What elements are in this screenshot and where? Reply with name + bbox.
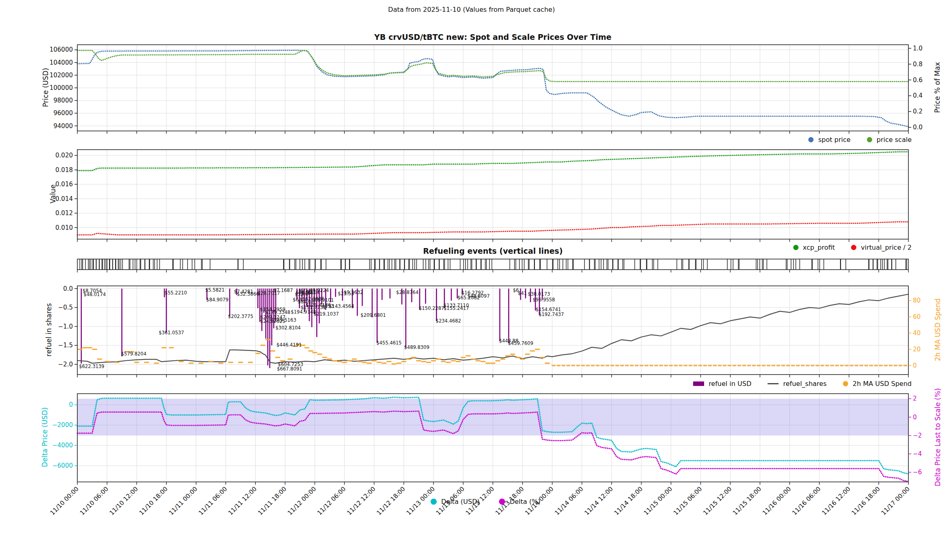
svg-text:11/16 06:00: 11/16 06:00 xyxy=(791,485,822,516)
svg-text:11/10 12:00: 11/10 12:00 xyxy=(108,485,139,516)
svg-text:$63: $63 xyxy=(293,297,302,303)
svg-text:−4000: −4000 xyxy=(52,442,73,449)
profit-virtual-price-chart: 0.0200.0180.0160.0140.0120.010 xyxy=(77,150,908,239)
svg-text:$579.8204: $579.8204 xyxy=(121,351,147,357)
spot-scale-price-chart: 1060001040001020001000009800096000940001… xyxy=(77,45,908,131)
usd-spend-dot-icon xyxy=(843,381,848,386)
svg-text:96000: 96000 xyxy=(53,109,73,117)
svg-text:80: 80 xyxy=(913,297,921,304)
svg-text:102000: 102000 xyxy=(50,72,73,79)
svg-text:−1.5: −1.5 xyxy=(58,342,73,349)
legend-item-delta-usd: Delta (USD) xyxy=(431,498,479,506)
svg-text:$5.5821: $5.5821 xyxy=(205,287,225,293)
svg-text:$446.4191: $446.4191 xyxy=(276,342,302,348)
legend-refuel: refuel in USD refuel_shares 2h MA USD Sp… xyxy=(693,380,912,388)
svg-text:$28.8764: $28.8764 xyxy=(396,290,418,295)
svg-text:0.012: 0.012 xyxy=(55,209,73,217)
svg-text:$55.2210: $55.2210 xyxy=(164,290,187,296)
svg-text:0: 0 xyxy=(913,362,917,369)
svg-text:$7.1687: $7.1687 xyxy=(273,288,293,293)
svg-text:11/12 00:00: 11/12 00:00 xyxy=(286,485,317,516)
legend-item-delta-pct: Delta (%) xyxy=(499,498,540,506)
svg-text:$192.7437: $192.7437 xyxy=(538,312,564,317)
legend-item-xcp-profit: xcp_profit xyxy=(793,244,835,251)
svg-text:$667.8091: $667.8091 xyxy=(277,366,302,372)
svg-text:0.014: 0.014 xyxy=(55,195,73,203)
refuel-chart: $8.7054$48.0174$622.3139$579.8204$55.221… xyxy=(77,286,908,375)
legend-label: Delta (USD) xyxy=(441,498,479,506)
svg-text:$219.1037: $219.1037 xyxy=(313,311,339,317)
svg-text:11/12 12:00: 11/12 12:00 xyxy=(346,485,377,516)
delta-price-chart: 11/10 00:0011/10 06:0011/10 12:0011/10 1… xyxy=(77,394,908,482)
price-usd-axis-label: Price (USD) xyxy=(42,2,50,173)
svg-text:$65.2082: $65.2082 xyxy=(457,295,480,301)
legend-item-price-scale: price scale xyxy=(867,136,912,144)
price-chart-title: YB crvUSD/tBTC new: Spot and Scale Price… xyxy=(77,33,908,41)
svg-text:−0.5: −0.5 xyxy=(58,304,73,311)
legend-price: spot price price scale xyxy=(808,136,912,144)
svg-text:$202.3775: $202.3775 xyxy=(228,314,253,319)
svg-text:11/16 00:00: 11/16 00:00 xyxy=(761,485,792,516)
svg-text:−1.0: −1.0 xyxy=(58,323,73,330)
legend-item-spot-price: spot price xyxy=(808,136,850,144)
svg-text:11/15 00:00: 11/15 00:00 xyxy=(642,485,674,516)
svg-text:11/12 18:00: 11/12 18:00 xyxy=(375,485,407,516)
legend-delta: Delta (USD) Delta (%) xyxy=(431,498,540,506)
svg-text:11/11 18:00: 11/11 18:00 xyxy=(256,485,288,516)
svg-text:40: 40 xyxy=(913,329,921,337)
legend-value: xcp_profit virtual_price / 2 xyxy=(793,244,912,251)
svg-text:11/15 12:00: 11/15 12:00 xyxy=(702,485,733,516)
legend-label: virtual_price / 2 xyxy=(861,244,912,251)
svg-text:$48.0174: $48.0174 xyxy=(83,292,106,297)
svg-text:$38.0173: $38.0173 xyxy=(528,291,550,297)
legend-label: xcp_profit xyxy=(803,244,835,251)
svg-text:$489.8309: $489.8309 xyxy=(404,344,429,350)
svg-text:98000: 98000 xyxy=(53,97,73,104)
svg-text:$302.8104: $302.8104 xyxy=(276,325,301,331)
svg-text:104000: 104000 xyxy=(50,59,73,66)
svg-text:$459.7609: $459.7609 xyxy=(508,340,533,346)
svg-text:11/11 12:00: 11/11 12:00 xyxy=(227,485,258,516)
svg-text:11/17 00:00: 11/17 00:00 xyxy=(880,485,911,516)
svg-text:20: 20 xyxy=(913,346,921,353)
svg-text:11/16 12:00: 11/16 12:00 xyxy=(820,485,852,516)
svg-text:$155.2417: $155.2417 xyxy=(444,305,469,311)
legend-label: refuel in USD xyxy=(709,380,751,388)
svg-text:$150.2287: $150.2287 xyxy=(419,305,444,311)
delta-usd-dot-icon xyxy=(431,499,437,505)
legend-label: Delta (%) xyxy=(510,498,540,506)
svg-text:11/14 06:00: 11/14 06:00 xyxy=(553,485,584,516)
svg-text:11/10 18:00: 11/10 18:00 xyxy=(138,485,169,516)
svg-text:0.8: 0.8 xyxy=(913,61,923,68)
svg-text:$153: $153 xyxy=(322,303,334,309)
svg-text:$622.3139: $622.3139 xyxy=(79,364,104,369)
delta-pct-axis-label: Delta Price Last to Scale (%) xyxy=(934,352,942,523)
svg-text:94000: 94000 xyxy=(53,122,73,130)
refuel-usd-patch-icon xyxy=(693,381,704,386)
svg-text:$361.0537: $361.0537 xyxy=(159,330,184,336)
svg-text:11/10 00:00: 11/10 00:00 xyxy=(49,485,80,516)
svg-text:2: 2 xyxy=(913,395,917,402)
svg-text:−6: −6 xyxy=(913,468,922,476)
svg-text:$32.3866: $32.3866 xyxy=(237,291,259,297)
price-pct-axis-label: Price % of Max xyxy=(933,2,941,173)
spot-price-dot-icon xyxy=(808,137,814,142)
svg-text:0.018: 0.018 xyxy=(55,166,73,174)
svg-text:11/11 00:00: 11/11 00:00 xyxy=(167,485,199,516)
legend-item-refuel-usd: refuel in USD xyxy=(693,380,751,388)
svg-text:0.6: 0.6 xyxy=(913,76,923,84)
svg-text:0.4: 0.4 xyxy=(913,92,923,99)
svg-text:$9.9224: $9.9224 xyxy=(310,288,329,293)
legend-label: spot price xyxy=(818,136,850,144)
svg-text:0.016: 0.016 xyxy=(55,181,73,188)
svg-text:60: 60 xyxy=(913,313,921,320)
delta-pct-dot-icon xyxy=(499,499,505,505)
svg-text:$234.4682: $234.4682 xyxy=(436,318,461,324)
legend-item-virtual-price: virtual_price / 2 xyxy=(851,244,912,251)
svg-text:$96.9558: $96.9558 xyxy=(533,297,555,303)
svg-text:1.0: 1.0 xyxy=(913,45,923,52)
svg-text:100000: 100000 xyxy=(50,84,73,92)
svg-text:11/15 18:00: 11/15 18:00 xyxy=(731,485,763,516)
legend-label: refuel_shares xyxy=(783,380,827,388)
svg-text:11/14 12:00: 11/14 12:00 xyxy=(583,485,614,516)
